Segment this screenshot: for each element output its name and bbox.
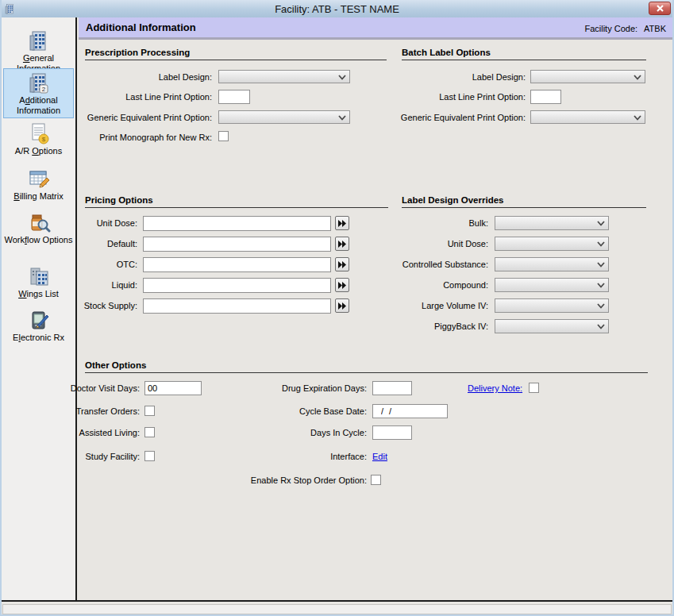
batch-last-line-print-option-input[interactable]	[530, 90, 561, 104]
large-volume-iv-dropdown[interactable]	[495, 298, 609, 313]
field-label: Enable Rx Stop Order Option:	[251, 473, 367, 487]
section-title: Pricing Options	[85, 195, 388, 208]
sidebar-item-label: A/R Options	[4, 146, 73, 156]
table-pencil-icon	[27, 167, 51, 191]
bulk-dropdown[interactable]	[495, 216, 609, 230]
field-label: Print Monograph for New Rx:	[99, 130, 212, 144]
section-title: Other Options	[85, 360, 648, 373]
field-label: Large Volume IV:	[422, 298, 488, 313]
form-row: Stock Supply:	[85, 298, 388, 314]
chevron-down-icon	[597, 241, 605, 247]
default-price-browse-button[interactable]	[335, 237, 349, 251]
sidebar-item-electronic-rx[interactable]: Electronic Rx	[3, 306, 74, 345]
fast-forward-icon	[337, 220, 347, 227]
close-button[interactable]	[649, 2, 671, 15]
liquid-input[interactable]	[143, 278, 331, 293]
section-title: Label Design Overrides	[402, 195, 646, 208]
otc-input[interactable]	[143, 257, 331, 272]
interface-edit-link[interactable]: Edit	[372, 449, 387, 464]
liquid-browse-button[interactable]	[335, 278, 349, 292]
assisted-living-checkbox[interactable]	[144, 427, 155, 437]
form-row: Enable Rx Stop Order Option:	[85, 473, 648, 489]
field-label: Generic Equivalent Print Option:	[87, 110, 212, 125]
sidebar-item-workflow-options[interactable]: Workflow Options	[3, 208, 74, 248]
form-row: Large Volume IV:	[402, 298, 646, 314]
field-label: Interface:	[330, 449, 367, 464]
piggyback-iv-dropdown[interactable]	[495, 319, 609, 333]
form-row: Label Design:	[85, 70, 387, 86]
chevron-down-icon	[597, 221, 605, 226]
form-row: Compound:	[402, 278, 646, 294]
delivery-note-link[interactable]: Delivery Note:	[468, 381, 522, 395]
unit-dose-browse-button[interactable]	[335, 216, 349, 230]
main-panel: Additional Information Facility Code:ATB…	[79, 17, 674, 600]
chevron-down-icon	[597, 303, 605, 309]
sidebar-item-additional-information[interactable]: Additional Information	[3, 68, 74, 118]
field-label: Study Facility:	[86, 449, 140, 464]
stock-supply-input[interactable]	[143, 298, 331, 314]
section-other-options: Other Options Doctor Visit Days: Drug Ex…	[85, 360, 648, 495]
doctor-visit-days-input[interactable]	[144, 381, 202, 395]
stock-supply-browse-button[interactable]	[335, 298, 349, 313]
form-row: Liquid:	[85, 278, 388, 294]
section-title: Batch Label Options	[402, 48, 646, 60]
building-icon	[27, 29, 51, 52]
invoice-coin-icon	[27, 121, 51, 145]
field-label: Label Design:	[472, 70, 526, 84]
field-label: Label Design:	[159, 70, 212, 84]
field-label: PiggyBack IV:	[434, 319, 488, 333]
chevron-down-icon	[338, 75, 346, 80]
facility-dialog: Facility: ATB - TEST NAME General Inform…	[0, 0, 674, 616]
chevron-down-icon	[597, 283, 605, 288]
fast-forward-icon	[337, 302, 347, 310]
field-label: Default:	[107, 237, 137, 251]
days-in-cycle-input[interactable]	[372, 425, 412, 440]
otc-browse-button[interactable]	[335, 257, 349, 271]
device-pencil-icon	[27, 308, 51, 332]
default-price-input[interactable]	[143, 237, 331, 252]
sidebar-item-ar-options[interactable]: A/R Options	[3, 119, 74, 159]
form-row: Controlled Substance:	[402, 257, 646, 273]
sidebar-item-label: Additional Information	[4, 95, 73, 116]
form-row: Generic Equivalent Print Option:	[85, 110, 387, 126]
sidebar-item-wings-list[interactable]: Wings List	[3, 262, 74, 302]
batch-generic-equivalent-print-option-dropdown[interactable]	[530, 110, 645, 124]
delivery-note-checkbox[interactable]	[529, 383, 539, 393]
print-monograph-checkbox[interactable]	[218, 131, 229, 141]
field-label: Liquid:	[112, 278, 137, 292]
page-title: Additional Information	[86, 21, 196, 33]
transfer-orders-checkbox[interactable]	[144, 406, 155, 416]
generic-equivalent-print-option-dropdown[interactable]	[218, 110, 350, 124]
sidebar-item-label: Billing Matrix	[4, 191, 73, 202]
field-label: Cycle Base Date:	[299, 404, 367, 418]
bottom-bar	[2, 604, 672, 614]
facility-code: Facility Code:ATBK	[584, 17, 666, 40]
page-header: Additional Information Facility Code:ATB…	[79, 17, 674, 40]
fast-forward-icon	[337, 241, 347, 248]
compound-dropdown[interactable]	[495, 278, 609, 292]
last-line-print-option-input[interactable]	[218, 90, 250, 104]
fast-forward-icon	[337, 282, 347, 289]
controlled-substance-dropdown[interactable]	[495, 257, 609, 271]
enable-rx-stop-order-checkbox[interactable]	[371, 475, 381, 485]
field-label: Days In Cycle:	[310, 425, 367, 440]
unit-dose-override-dropdown[interactable]	[495, 237, 609, 251]
form-row: Default:	[85, 237, 388, 252]
title-bar[interactable]: Facility: ATB - TEST NAME	[0, 0, 674, 17]
field-label: Last Line Print Option:	[439, 90, 526, 104]
app-building-icon	[4, 2, 16, 15]
field-label: Transfer Orders:	[76, 404, 140, 418]
form-row: Unit Dose:	[85, 216, 388, 232]
batch-label-design-dropdown[interactable]	[530, 70, 645, 83]
cycle-base-date-input[interactable]	[372, 404, 448, 418]
drug-expiration-days-input[interactable]	[372, 381, 412, 395]
chevron-down-icon	[597, 262, 605, 268]
unit-dose-input[interactable]	[143, 216, 331, 231]
study-facility-checkbox[interactable]	[144, 451, 155, 461]
label-design-dropdown[interactable]	[218, 70, 350, 83]
form-row: Print Monograph for New Rx:	[85, 130, 387, 146]
field-label: Assisted Living:	[79, 425, 140, 440]
sidebar-item-label: Electronic Rx	[4, 333, 73, 343]
sidebar-item-billing-matrix[interactable]: Billing Matrix	[3, 164, 74, 204]
building-2-icon	[27, 71, 51, 94]
